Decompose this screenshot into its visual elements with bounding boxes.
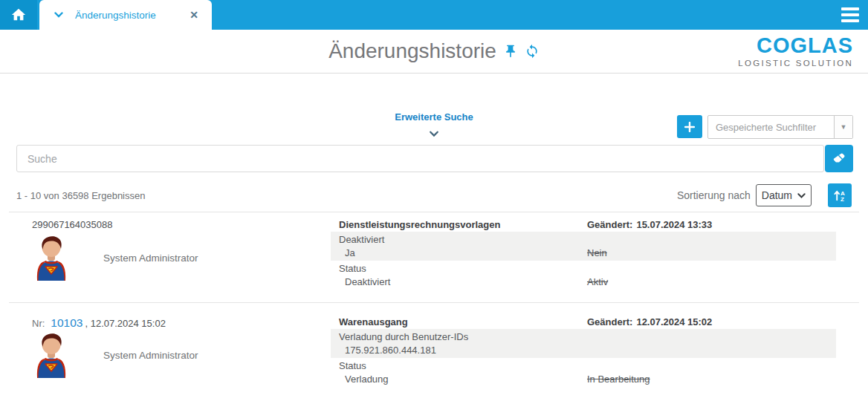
item-reference: 299067164035088 [32, 219, 331, 232]
dropdown-arrow-icon[interactable]: ▼ [834, 116, 852, 138]
changed-at: Geändert:12.07.2024 15:02 [587, 316, 712, 327]
home-button[interactable] [0, 0, 37, 30]
old-value: In Bearbeitung [587, 374, 650, 385]
change-field: Deaktiviert [331, 232, 836, 246]
plus-icon [684, 122, 695, 132]
change-field: Status [331, 358, 836, 372]
add-filter-button[interactable] [677, 115, 702, 138]
new-value: 175.921.860.444.181 [345, 345, 436, 356]
hamburger-menu-icon[interactable] [841, 7, 859, 22]
refresh-icon[interactable] [525, 44, 540, 59]
pin-icon[interactable] [503, 44, 518, 59]
chevron-down-icon[interactable] [430, 127, 439, 140]
change-group: Status Verladung In Bearbeitung [331, 358, 836, 387]
advanced-search-row: Erweiterte Suche Gespeicherte Suchfilter… [0, 74, 868, 145]
top-tab-bar: Änderungshistorie ✕ [0, 0, 868, 30]
sort-label: Sortierung nach [677, 189, 751, 201]
saved-filters-select[interactable]: Gespeicherte Suchfilter ▼ [707, 115, 853, 139]
change-group: Verladung durch Benutzer-IDs 175.921.860… [331, 329, 836, 358]
item-nr-link[interactable]: 10103 [51, 316, 82, 330]
sort-select-value: Datum [762, 189, 792, 201]
user-name: System Administrator [103, 350, 198, 361]
sort-alpha-icon: A Z [833, 189, 847, 203]
search-input[interactable] [16, 145, 824, 172]
entity-name: Dienstleistungsrechnungsvorlagen [339, 219, 500, 230]
item-date-suffix: , 12.07.2024 15:02 [85, 318, 165, 329]
history-list-item: 299067164035088 Syste [0, 212, 868, 302]
avatar [32, 235, 71, 281]
logo-text: COGLAS [738, 35, 853, 56]
item-reference: Nr: 10103 , 12.07.2024 15:02 [32, 316, 331, 329]
page-title: Änderungshistorie [328, 39, 496, 63]
change-field: Verladung durch Benutzer-IDs [331, 329, 836, 343]
coglas-logo: COGLAS LOGISTIC SOLUTION [738, 35, 853, 68]
sort-direction-button[interactable]: A Z [828, 183, 852, 207]
new-value: Deaktiviert [345, 276, 390, 287]
user-name: System Administrator [103, 252, 198, 264]
svg-text:Z: Z [840, 196, 843, 203]
results-row: 1 - 10 von 36598 Ergebnissen Sortierung … [9, 179, 859, 212]
entity-name: Warenausgang [339, 316, 408, 327]
change-field: Status [331, 261, 836, 275]
avatar [32, 332, 71, 378]
close-icon[interactable]: ✕ [187, 7, 201, 22]
page-header: Änderungshistorie COGLAS LOGISTIC SOLUTI… [0, 30, 868, 74]
tab-label: Änderungshistorie [75, 10, 156, 21]
history-list-item: Nr: 10103 , 12.07.2024 15:02 S [0, 303, 868, 400]
old-value: Nein [587, 247, 607, 258]
change-group: Status Deaktiviert Aktiv [331, 261, 836, 290]
chevron-down-icon [797, 193, 806, 198]
clear-search-button[interactable] [825, 145, 853, 172]
home-icon [10, 7, 27, 23]
item-nr-label: Nr: [32, 318, 45, 329]
old-value: Aktiv [587, 276, 608, 287]
tab-aenderungshistorie[interactable]: Änderungshistorie ✕ [39, 0, 212, 30]
search-row [16, 145, 853, 172]
new-value: Ja [345, 247, 355, 258]
change-group: Deaktiviert Ja Nein [331, 232, 836, 261]
eraser-icon [832, 151, 846, 166]
chevron-down-icon[interactable] [54, 12, 63, 18]
results-count: 1 - 10 von 36598 Ergebnissen [16, 190, 145, 201]
new-value: Verladung [345, 374, 389, 385]
changed-at: Geändert:15.07.2024 13:33 [587, 219, 712, 230]
saved-filters-label: Gespeicherte Suchfilter [708, 122, 834, 133]
logo-tagline: LOGISTIC SOLUTION [738, 59, 853, 68]
item-id: 299067164035088 [32, 219, 112, 230]
sort-select[interactable]: Datum [756, 184, 812, 206]
